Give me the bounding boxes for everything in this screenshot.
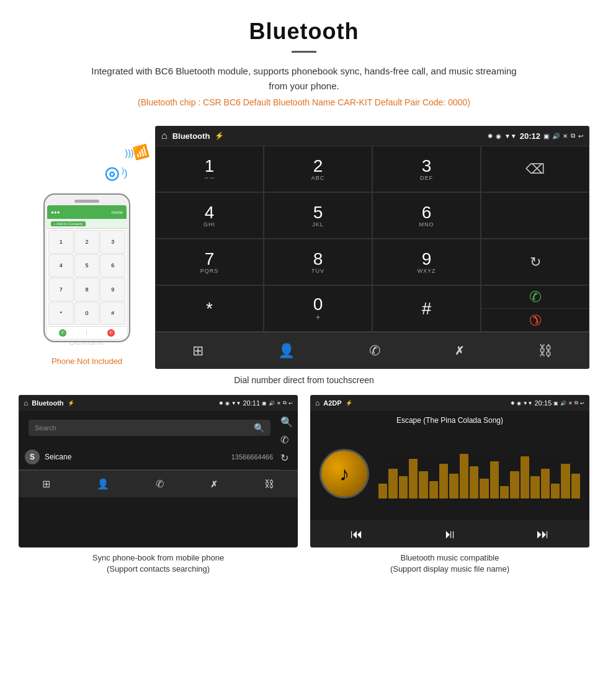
music-loc-icon: ◉	[517, 401, 521, 406]
dial-key-refresh[interactable]: ↻	[481, 239, 589, 285]
pb-call-right-icon[interactable]: ✆	[280, 434, 293, 446]
song-title: Escape (The Pina Colada Song)	[310, 411, 589, 427]
phone-key-star[interactable]: *	[48, 302, 74, 326]
page-title: Bluetooth	[12, 19, 596, 45]
pb-status-icons: ✱ ◉ ▼▼ 20:11 ▣ 🔊 ✕ ⧉ ↩	[219, 399, 293, 407]
dial-key-7[interactable]: 7PQRS	[155, 239, 264, 285]
dial-key-9[interactable]: 9WXYZ	[372, 239, 481, 285]
viz-bar-6	[429, 481, 438, 498]
tab-calls[interactable]: ✆	[369, 343, 380, 359]
pb-tab-contacts[interactable]: 👤	[97, 478, 109, 490]
viz-bar-7	[439, 464, 448, 498]
phone-key-1[interactable]: 1	[48, 230, 74, 254]
title-divider	[292, 51, 316, 53]
phone-area: ))) 📶 ⦾ ) ) ●●●more + Add to Cont	[19, 126, 155, 366]
phone-call-button[interactable]: ✆	[59, 329, 66, 337]
pb-status-left: ⌂ Bluetooth ⚡	[24, 399, 74, 407]
car-screen-dialpad: ⌂ Bluetooth ⚡ ✱ ◉ ▼▼ 20:12 ▣ 🔊 ✕ ⧉ ↩ 1∽∽	[155, 126, 589, 369]
dial-key-star[interactable]: *	[155, 285, 264, 332]
phone-end-button[interactable]: ✆	[107, 329, 115, 337]
dial-key-backspace[interactable]: ⌫	[481, 146, 589, 192]
phone-key-7[interactable]: 7	[48, 278, 74, 301]
viz-bar-1	[378, 484, 387, 498]
home-icon[interactable]: ⌂	[161, 130, 168, 141]
tab-dialpad[interactable]: ⊞	[192, 343, 203, 359]
page-spec: (Bluetooth chip : CSR BC6 Default Blueto…	[12, 97, 596, 107]
phone-key-6[interactable]: 6	[100, 254, 125, 278]
dial-key-5[interactable]: 5JKL	[264, 192, 372, 239]
viz-bar-18	[551, 484, 560, 498]
dial-key-hash[interactable]: #	[372, 285, 481, 332]
phone-contact-row: + Add to Contacts	[47, 219, 127, 229]
dial-key-0[interactable]: 0+	[264, 285, 372, 332]
close-icon[interactable]: ✕	[563, 133, 568, 140]
svg-text:): )	[124, 168, 127, 179]
pb-title: Bluetooth	[32, 399, 63, 407]
search-placeholder: Search	[35, 424, 56, 432]
phone-key-4[interactable]: 4	[48, 254, 74, 278]
pb-right-icons: 🔍 ✆ ↻	[278, 414, 295, 466]
status-bar: ⌂ Bluetooth ⚡ ✱ ◉ ▼▼ 20:12 ▣ 🔊 ✕ ⧉ ↩	[155, 126, 589, 146]
dialpad-grid: 1∽∽ 2ABC 3DEF ⌫ 4GHI 5JKL 6MNO	[155, 146, 589, 332]
phone-menu-icon: ⋮	[84, 330, 89, 335]
phone-key-hash[interactable]: #	[100, 302, 125, 326]
music-caption: Bluetooth music compatible (Support disp…	[310, 552, 589, 575]
dial-key-3[interactable]: 3DEF	[372, 146, 481, 192]
music-content: ♪	[310, 427, 589, 520]
status-left: ⌂ Bluetooth ⚡	[161, 130, 224, 141]
music-rewind-button[interactable]: ⏮	[351, 527, 363, 541]
status-time: 20:12	[520, 131, 540, 141]
pb-close-icon[interactable]: ✕	[277, 401, 281, 406]
viz-bar-13	[500, 486, 509, 498]
tab-contacts[interactable]: 👤	[278, 343, 295, 359]
music-time: 20:15	[534, 399, 552, 407]
dial-key-2[interactable]: 2ABC	[264, 146, 372, 192]
tab-link[interactable]: ⛓	[539, 343, 552, 359]
phone-key-0[interactable]: 0	[74, 302, 100, 326]
contact-number: 13566664466	[231, 453, 273, 461]
tab-bluetooth[interactable]: ✗	[455, 344, 464, 358]
back-icon[interactable]: ↩	[578, 133, 583, 140]
dial-key-4[interactable]: 4GHI	[155, 192, 264, 239]
viz-bar-5	[419, 471, 427, 498]
viz-bar-3	[399, 476, 408, 498]
phone-key-9[interactable]: 9	[100, 278, 125, 301]
pb-tab-link[interactable]: ⛓	[264, 479, 274, 490]
phone-key-3[interactable]: 3	[100, 230, 125, 254]
pb-tab-calls[interactable]: ✆	[156, 478, 164, 490]
viz-bar-15	[521, 456, 529, 498]
dial-answer-button[interactable]: ✆	[481, 286, 589, 309]
music-back-icon[interactable]: ↩	[580, 401, 584, 406]
pb-home-icon[interactable]: ⌂	[24, 399, 28, 407]
pb-tab-bt[interactable]: ✗	[210, 479, 218, 489]
music-close-icon[interactable]: ✕	[568, 401, 573, 406]
music-playpause-button[interactable]: ⏯	[444, 527, 456, 541]
music-status-icons: ✱ ◉ ▼▼ 20:15 ▣ 🔊 ✕ ⧉ ↩	[511, 399, 584, 407]
pb-tab-dialpad[interactable]: ⊞	[42, 478, 50, 490]
music-status-left: ⌂ A2DP ⚡	[315, 399, 352, 407]
window-icon: ⧉	[571, 132, 575, 140]
music-home-icon[interactable]: ⌂	[315, 399, 320, 407]
pb-search-right-icon[interactable]: 🔍	[280, 416, 293, 428]
dial-key-1[interactable]: 1∽∽	[155, 146, 264, 192]
music-sig-icon: ▼▼	[523, 401, 533, 406]
viz-bar-8	[449, 474, 458, 498]
dial-empty-1	[481, 192, 589, 239]
viz-bar-2	[388, 469, 397, 498]
pb-refresh-right-icon[interactable]: ↻	[280, 452, 293, 464]
contact-item[interactable]: S Seicane 13566664466	[19, 445, 279, 470]
phone-key-5[interactable]: 5	[74, 254, 100, 278]
dial-key-8[interactable]: 8TUV	[264, 239, 372, 285]
phonebook-status-bar: ⌂ Bluetooth ⚡ ✱ ◉ ▼▼ 20:11 ▣ 🔊 ✕ ⧉ ↩	[19, 395, 298, 411]
pb-back-icon[interactable]: ↩	[288, 401, 293, 406]
music-forward-button[interactable]: ⏭	[537, 527, 549, 541]
music-visualizer	[378, 449, 580, 498]
phone-status-bar: ●●●more	[47, 205, 127, 219]
phone-key-8[interactable]: 8	[74, 278, 100, 301]
phonebook-search-bar[interactable]: Search 🔍	[29, 420, 270, 436]
bluetooth-waves-icon: ))) 📶	[125, 144, 149, 159]
phone-key-2[interactable]: 2	[74, 230, 100, 254]
dial-key-6[interactable]: 6MNO	[372, 192, 481, 239]
usb-icon: ⚡	[215, 131, 224, 140]
dial-end-button[interactable]: ✆	[481, 309, 589, 332]
